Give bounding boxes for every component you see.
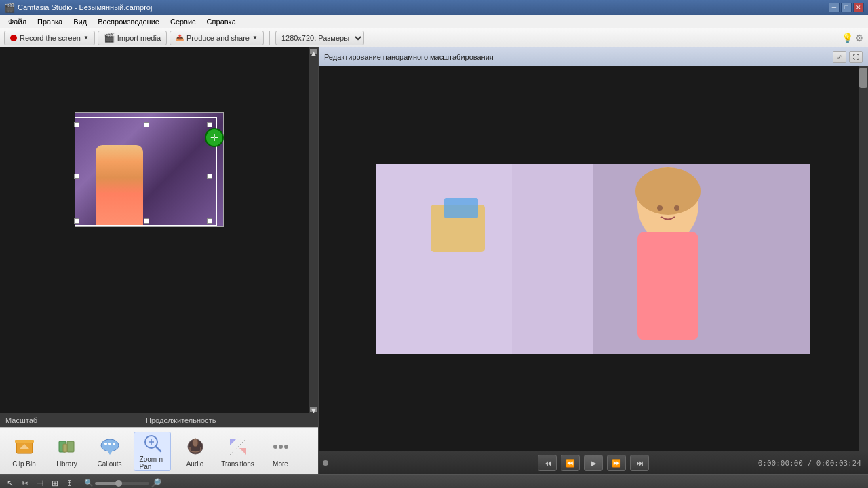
menu-view[interactable]: Вид: [68, 17, 92, 26]
produce-button[interactable]: 📤 Produce and share ▼: [170, 30, 264, 45]
library-label: Library: [56, 460, 77, 468]
play-button[interactable]: ▶: [584, 455, 603, 471]
record-label: Record the screen: [20, 34, 81, 42]
svg-point-6: [101, 439, 119, 451]
timeline-tool-split[interactable]: ⊣: [34, 477, 46, 489]
preview-labels: Масштаб Продолжительность: [0, 413, 318, 427]
record-button[interactable]: Record the screen ▼: [4, 30, 95, 45]
record-dropdown-icon: ▼: [83, 35, 89, 41]
library-button[interactable]: Library: [48, 432, 85, 471]
right-scrollbar[interactable]: [859, 66, 868, 451]
svg-rect-5: [63, 444, 67, 452]
more-icon: [269, 434, 293, 459]
callouts-button[interactable]: Callouts: [91, 432, 128, 471]
toolbar-separator: [269, 31, 270, 45]
pan-zoom-title: Редактирование панорамного масштабирован…: [324, 53, 494, 61]
fast-forward-button[interactable]: ⏩: [607, 455, 626, 471]
svg-rect-1: [15, 440, 34, 443]
zoom-slider[interactable]: [95, 482, 149, 485]
timeline-toolbar: ↖ ✂ ⊣ ⊞ 🎚 🔍 🔎: [0, 474, 868, 488]
import-icon: 🎬: [104, 33, 115, 43]
full-screen-button[interactable]: ⛶: [849, 51, 863, 63]
more-button[interactable]: More: [262, 432, 299, 471]
zoom-pan-icon: [140, 432, 165, 454]
settings-icon[interactable]: ⚙: [855, 33, 864, 43]
svg-point-16: [193, 439, 198, 447]
clip-bin-label: Clip Bin: [12, 460, 35, 468]
rewind-button[interactable]: ⏪: [561, 455, 580, 471]
scrollbar-up-arrow[interactable]: ▲: [310, 49, 317, 54]
fit-screen-button[interactable]: ⤢: [833, 51, 846, 63]
record-dot-icon: [10, 35, 17, 41]
toolbar-right-icons: 💡 ⚙: [842, 33, 864, 43]
svg-rect-9: [108, 443, 111, 445]
svg-point-24: [284, 445, 288, 449]
library-icon: [55, 434, 79, 459]
duration-label: Продолжительность: [146, 416, 216, 424]
produce-label: Produce and share: [186, 34, 250, 42]
svg-point-22: [273, 445, 277, 449]
timeline-tool-cut[interactable]: ✂: [19, 477, 31, 489]
timeline-tool-audio[interactable]: 🎚: [64, 477, 76, 489]
callouts-icon: [98, 434, 122, 459]
produce-icon: 📤: [176, 34, 184, 41]
svg-point-23: [279, 445, 283, 449]
right-panel-header: Редактирование панорамного масштабирован…: [319, 47, 868, 66]
import-label: Import media: [117, 34, 161, 42]
more-label: More: [273, 460, 288, 468]
menu-help[interactable]: Справка: [201, 17, 241, 26]
zoom-out-icon[interactable]: 🔍: [84, 479, 94, 487]
menu-tools[interactable]: Сервис: [165, 17, 201, 26]
menu-file[interactable]: Файл: [3, 17, 32, 26]
timeline-area: ↖ ✂ ⊣ ⊞ 🎚 🔍 🔎 ☰ Дорожки ▼ ● ▶: [0, 474, 868, 488]
svg-rect-32: [637, 232, 698, 340]
tools-area: Clip Bin Library: [0, 427, 318, 474]
menu-edit[interactable]: Правка: [32, 17, 68, 26]
titlebar-controls: ─ □ ✕: [829, 3, 864, 12]
main-area: ✛ ▲ ▼ Масштаб Продолжительность: [0, 47, 868, 474]
transitions-button[interactable]: Transitions: [219, 432, 256, 471]
right-header-icons: ⤢ ⛶: [833, 51, 863, 63]
zoom-in-icon[interactable]: 🔎: [151, 478, 161, 488]
titlebar: 🎬 Camtasia Studio - Безымянный.camproj ─…: [0, 0, 868, 15]
audio-button[interactable]: Audio: [176, 432, 214, 471]
svg-rect-10: [113, 443, 115, 445]
resolution-dropdown[interactable]: 868x488: Размеры: [275, 30, 364, 45]
menu-playback[interactable]: Воспроизведение: [92, 17, 165, 26]
svg-marker-7: [107, 451, 113, 455]
svg-rect-8: [104, 443, 107, 445]
app-logo: 🎬 Camtasia Studio - Безымянный.camproj: [4, 3, 152, 13]
maximize-button[interactable]: □: [841, 3, 852, 12]
preview-scrollbar[interactable]: ▲ ▼: [309, 47, 318, 413]
timeline-tool-multi[interactable]: ⊞: [49, 477, 61, 489]
child-figure: [96, 145, 143, 226]
menubar: Файл Правка Вид Воспроизведение Сервис С…: [0, 15, 868, 28]
import-button[interactable]: 🎬 Import media: [98, 30, 167, 45]
clip-bin-icon: [12, 434, 37, 459]
right-preview: [319, 66, 868, 451]
right-panel: Редактирование панорамного масштабирован…: [319, 47, 868, 474]
svg-rect-27: [593, 164, 810, 354]
time-display: 0:00:00:00 / 0:00:03:24: [758, 459, 861, 468]
close-button[interactable]: ✕: [853, 3, 864, 12]
timeline-tool-pointer[interactable]: ↖: [4, 477, 16, 489]
svg-rect-30: [444, 198, 478, 218]
playback-progress-dot: [323, 460, 328, 466]
zoom-handle[interactable]: [115, 480, 122, 487]
right-scrollbar-thumb[interactable]: [859, 68, 867, 88]
zoom-pan-label: Zoom-n-Pan: [140, 455, 165, 470]
svg-marker-19: [230, 439, 237, 445]
right-preview-video: [376, 164, 810, 354]
preview-area: ✛ ▲ ▼: [0, 47, 318, 413]
svg-line-12: [156, 447, 161, 451]
clip-bin-button[interactable]: Clip Bin: [5, 432, 43, 471]
svg-point-34: [657, 205, 663, 211]
zoom-pan-button[interactable]: Zoom-n-Pan: [134, 432, 171, 471]
svg-rect-28: [376, 164, 512, 354]
skip-back-button[interactable]: ⏮: [538, 455, 557, 471]
produce-dropdown-icon: ▼: [252, 35, 258, 41]
minimize-button[interactable]: ─: [829, 3, 840, 12]
skip-forward-button[interactable]: ⏭: [630, 455, 649, 471]
scrollbar-down-arrow[interactable]: ▼: [310, 407, 317, 412]
transitions-label: Transitions: [221, 460, 254, 468]
